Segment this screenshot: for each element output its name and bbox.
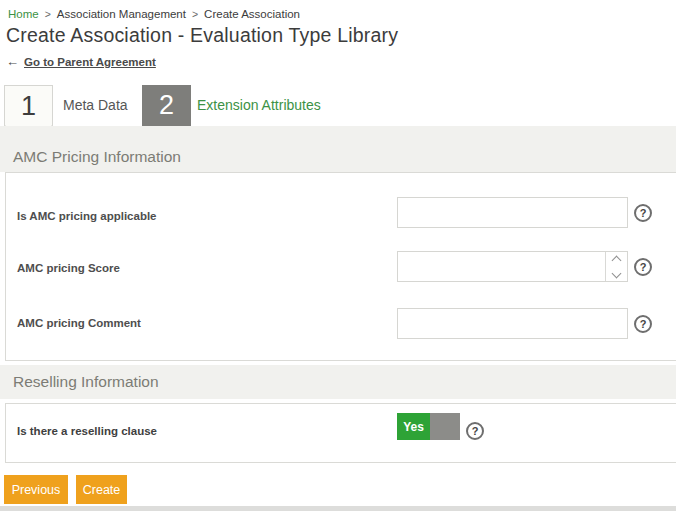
breadcrumb-separator: > (192, 8, 198, 20)
spinner-up-icon[interactable] (612, 255, 622, 265)
amc-pricing-comment-label: AMC pricing Comment (17, 317, 141, 329)
breadcrumb: Home > Association Management > Create A… (8, 8, 300, 20)
tab-extension-attributes[interactable]: Extension Attributes (197, 85, 321, 126)
step-1-number: 1 (5, 86, 52, 126)
amc-pricing-section-header: AMC Pricing Information (0, 126, 676, 172)
step-2-number: 2 (142, 85, 191, 125)
breadcrumb-create-association: Create Association (204, 8, 300, 20)
amc-pricing-score-field (397, 251, 628, 282)
amc-pricing-form-box: Is AMC pricing applicable ? AMC pricing … (5, 172, 676, 361)
reselling-section-header: Reselling Information (0, 365, 676, 399)
footer-divider (0, 506, 676, 511)
create-association-page: Home > Association Management > Create A… (0, 0, 676, 511)
reselling-clause-toggle[interactable]: Yes (397, 413, 460, 440)
amc-pricing-score-input[interactable] (397, 251, 628, 282)
breadcrumb-separator: > (45, 8, 51, 20)
breadcrumb-home[interactable]: Home (8, 8, 39, 20)
amc-pricing-comment-input[interactable] (397, 308, 628, 339)
amc-pricing-score-label: AMC pricing Score (17, 262, 120, 274)
go-to-parent-agreement-link[interactable]: ← Go to Parent Agreement (6, 54, 156, 69)
create-button[interactable]: Create (76, 475, 127, 504)
go-to-parent-agreement-label: Go to Parent Agreement (24, 56, 156, 68)
help-icon[interactable]: ? (466, 422, 484, 440)
page-title: Create Association - Evaluation Type Lib… (6, 24, 398, 47)
reselling-clause-label: Is there a reselling clause (17, 425, 157, 437)
breadcrumb-association-management[interactable]: Association Management (57, 8, 186, 20)
tab-meta-data[interactable]: Meta Data (63, 85, 128, 126)
toggle-handle[interactable] (430, 413, 460, 440)
spinner-down-icon[interactable] (612, 268, 622, 278)
help-icon[interactable]: ? (634, 258, 652, 276)
previous-button[interactable]: Previous (4, 475, 68, 504)
number-spinner (605, 252, 627, 281)
back-arrow-icon: ← (6, 54, 19, 69)
help-icon[interactable]: ? (634, 315, 652, 333)
help-icon[interactable]: ? (634, 204, 652, 222)
reselling-form-box: Is there a reselling clause Yes ? (5, 403, 676, 463)
is-amc-pricing-applicable-label: Is AMC pricing applicable (17, 210, 157, 222)
is-amc-pricing-applicable-input[interactable] (397, 197, 628, 228)
toggle-yes-segment[interactable]: Yes (397, 413, 430, 440)
